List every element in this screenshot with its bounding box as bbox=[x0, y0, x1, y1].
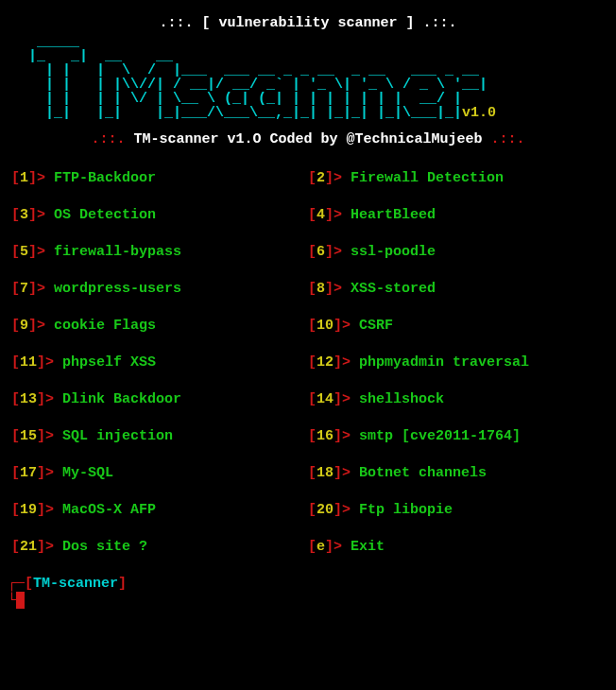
menu-item-e[interactable]: [e]> Exit bbox=[308, 539, 605, 555]
menu-label: wordpress-users bbox=[54, 281, 181, 297]
bracket-open: [ bbox=[308, 354, 317, 371]
menu-item-13[interactable]: [13]> Dlink Backdoor bbox=[11, 391, 308, 407]
bracket-close: ] bbox=[37, 391, 45, 407]
subtitle-line: .::. TM-scanner v1.O Coded by @Technical… bbox=[8, 131, 608, 147]
arrow-icon: > bbox=[45, 502, 62, 518]
prompt-line-2[interactable]: └ bbox=[8, 592, 608, 609]
bracket-close: ] bbox=[325, 539, 334, 555]
menu-number: 7 bbox=[20, 281, 28, 297]
bracket-open: [ bbox=[308, 428, 317, 444]
menu-label: MacOS-X AFP bbox=[62, 502, 156, 518]
arrow-icon: > bbox=[334, 281, 351, 297]
version-label: v1.0 bbox=[462, 105, 496, 121]
arrow-icon: > bbox=[342, 428, 359, 444]
bracket-close: ] bbox=[37, 354, 45, 371]
menu-item-21[interactable]: [21]> Dos site ? bbox=[11, 539, 308, 555]
menu-item-11[interactable]: [11]> phpself XSS bbox=[11, 354, 308, 371]
menu-label: My-SQL bbox=[62, 465, 113, 481]
header-dots-left: .::. bbox=[159, 15, 193, 31]
menu-label: ssl-poodle bbox=[351, 244, 436, 260]
bracket-open: [ bbox=[308, 539, 317, 555]
bracket-open: [ bbox=[11, 465, 20, 481]
menu-number: 12 bbox=[317, 354, 334, 371]
bracket-close: ] bbox=[37, 502, 45, 518]
bracket-open: [ bbox=[11, 207, 20, 223]
menu-number: 20 bbox=[317, 502, 334, 518]
menu-item-10[interactable]: [10]> CSRF bbox=[308, 318, 605, 334]
bracket-close: ] bbox=[37, 465, 45, 481]
subtitle-dots-right: .::. bbox=[491, 131, 525, 147]
menu-item-6[interactable]: [6]> ssl-poodle bbox=[308, 244, 605, 260]
bracket-close: ] bbox=[28, 244, 37, 260]
arrow-icon: > bbox=[342, 354, 359, 371]
menu-item-1[interactable]: [1]> FTP-Backdoor bbox=[11, 170, 308, 186]
menu-item-18[interactable]: [18]> Botnet channels bbox=[308, 465, 605, 481]
menu-number: 5 bbox=[20, 244, 28, 260]
menu-item-8[interactable]: [8]> XSS-stored bbox=[308, 281, 605, 297]
bracket-close: ] bbox=[334, 354, 342, 371]
menu-label: Dos site ? bbox=[62, 539, 147, 555]
menu-number: 10 bbox=[317, 318, 334, 334]
header-bracket-l: [ bbox=[201, 15, 210, 31]
menu-label: Botnet channels bbox=[359, 465, 487, 481]
menu-number: 3 bbox=[20, 207, 28, 223]
menu-number: 14 bbox=[317, 391, 334, 407]
bracket-close: ] bbox=[334, 502, 342, 518]
bracket-open: [ bbox=[308, 244, 317, 260]
arrow-icon: > bbox=[45, 465, 62, 481]
menu-item-3[interactable]: [3]> OS Detection bbox=[11, 207, 308, 223]
bracket-close: ] bbox=[325, 281, 334, 297]
bracket-close: ] bbox=[334, 318, 342, 334]
menu-item-4[interactable]: [4]> HeartBleed bbox=[308, 207, 605, 223]
arrow-icon: > bbox=[45, 354, 62, 371]
menu-item-19[interactable]: [19]> MacOS-X AFP bbox=[11, 502, 308, 518]
bracket-open: [ bbox=[11, 244, 20, 260]
menu-item-12[interactable]: [12]> phpmyadmin traversal bbox=[308, 354, 605, 371]
bracket-close: ] bbox=[37, 428, 45, 444]
menu-item-14[interactable]: [14]> shellshock bbox=[308, 391, 605, 407]
arrow-icon: > bbox=[334, 244, 351, 260]
arrow-icon: > bbox=[342, 502, 359, 518]
arrow-icon: > bbox=[37, 281, 54, 297]
header-bracket-r: ] bbox=[406, 15, 415, 31]
menu-number: 1 bbox=[20, 170, 28, 186]
bracket-open: [ bbox=[308, 281, 317, 297]
prompt-section: ┌─[TM-scanner] └ bbox=[8, 576, 608, 609]
menu-label: OS Detection bbox=[54, 207, 156, 223]
bracket-close: ] bbox=[37, 539, 45, 555]
menu-number: 4 bbox=[317, 207, 325, 223]
menu-label: Dlink Backdoor bbox=[62, 391, 181, 407]
arrow-icon: > bbox=[342, 465, 359, 481]
bracket-open: [ bbox=[11, 428, 20, 444]
bracket-close: ] bbox=[334, 428, 342, 444]
menu-label: HeartBleed bbox=[351, 207, 436, 223]
menu-label: firewall-bypass bbox=[54, 244, 181, 260]
menu-item-7[interactable]: [7]> wordpress-users bbox=[11, 281, 308, 297]
menu-number: 15 bbox=[20, 428, 37, 444]
menu-number: 2 bbox=[317, 170, 325, 186]
bracket-close: ] bbox=[325, 244, 334, 260]
menu-number: e bbox=[317, 539, 325, 555]
bracket-close: ] bbox=[325, 207, 334, 223]
menu-number: 8 bbox=[317, 281, 325, 297]
menu-number: 11 bbox=[20, 354, 37, 371]
bracket-open: [ bbox=[308, 318, 317, 334]
menu-number: 18 bbox=[317, 465, 334, 481]
cursor bbox=[16, 592, 25, 609]
menu-item-2[interactable]: [2]> Firewall Detection bbox=[308, 170, 605, 186]
bracket-close: ] bbox=[325, 170, 334, 186]
menu-label: Ftp libopie bbox=[359, 502, 453, 518]
menu-item-16[interactable]: [16]> smtp [cve2011-1764] bbox=[308, 428, 605, 444]
header-title: vulnerability scanner bbox=[218, 15, 397, 31]
menu-label: FTP-Backdoor bbox=[54, 170, 156, 186]
menu-item-17[interactable]: [17]> My-SQL bbox=[11, 465, 308, 481]
menu-item-5[interactable]: [5]> firewall-bypass bbox=[11, 244, 308, 260]
menu-item-20[interactable]: [20]> Ftp libopie bbox=[308, 502, 605, 518]
menu-item-15[interactable]: [15]> SQL injection bbox=[11, 428, 308, 444]
bracket-open: [ bbox=[308, 391, 317, 407]
bracket-open: [ bbox=[11, 170, 20, 186]
menu-number: 13 bbox=[20, 391, 37, 407]
arrow-icon: > bbox=[45, 391, 62, 407]
bracket-close: ] bbox=[28, 207, 37, 223]
menu-item-9[interactable]: [9]> cookie Flags bbox=[11, 318, 308, 334]
